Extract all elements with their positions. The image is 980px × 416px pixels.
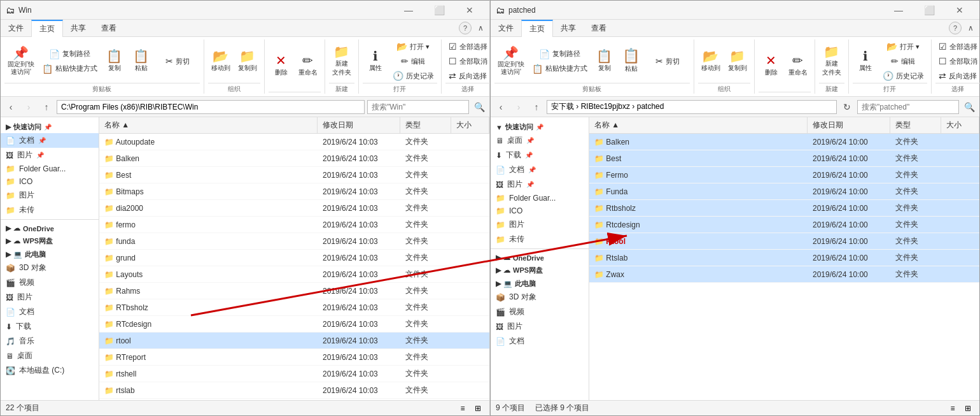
right-minimize-button[interactable]: — (884, 1, 913, 20)
table-row[interactable]: 📁 Balken 2019/6/24 10:03 文件夹 (99, 150, 489, 167)
table-row[interactable]: 📁 grund 2019/6/24 10:03 文件夹 (99, 250, 489, 266)
right-rename-button[interactable]: ✏ 重命名 (785, 48, 811, 83)
left-sidebar-docs2[interactable]: 📄 文档 (1, 305, 99, 319)
right-tab-file[interactable]: 文件 (491, 20, 521, 36)
right-collapse-ribbon-button[interactable]: ∧ (964, 22, 977, 34)
left-maximize-button[interactable]: ⬜ (424, 1, 454, 20)
right-history-button[interactable]: 🕐 历史记录 (879, 69, 927, 83)
right-details-view-button[interactable]: ≡ (946, 402, 959, 415)
left-col-date[interactable]: 修改日期 (318, 117, 400, 133)
left-col-size[interactable]: 大小 (451, 117, 489, 133)
left-thispc-section[interactable]: ▶ 💻 此电脑 (1, 247, 99, 261)
right-thispc-section[interactable]: ▶ 💻 此电脑 (491, 276, 589, 290)
left-tab-home[interactable]: 主页 (31, 20, 63, 37)
left-open-button[interactable]: 📂 打开 ▾ (389, 39, 437, 54)
right-sidebar-ico[interactable]: 📁 ICO (491, 204, 589, 217)
table-row[interactable]: 📁 Bitmaps 2019/6/24 10:03 文件夹 (99, 183, 489, 200)
table-row[interactable]: 📁 dia2000 2019/6/24 10:03 文件夹 (99, 200, 489, 217)
left-sidebar-pictures[interactable]: 🖼 图片 📌 (1, 148, 99, 162)
table-row[interactable]: 📁 Rtcdesign 2019/6/24 10:00 文件夹 (589, 217, 979, 233)
left-tab-file[interactable]: 文件 (1, 20, 31, 36)
left-sidebar-folder-guar[interactable]: 📁 Folder Guar... (1, 162, 99, 175)
left-sidebar-cdrive[interactable]: 💽 本地磁盘 (C:) (1, 363, 99, 378)
table-row[interactable]: 📁 Rtool 2019/6/24 10:00 文件夹 (589, 233, 979, 250)
table-row[interactable]: 📁 Funda 2019/6/24 10:00 文件夹 (589, 183, 979, 200)
right-tab-home[interactable]: 主页 (521, 20, 553, 37)
left-address-input[interactable] (57, 100, 365, 114)
left-tab-view[interactable]: 查看 (94, 20, 124, 36)
left-sidebar-video[interactable]: 🎬 视频 (1, 275, 99, 290)
left-select-all-button[interactable]: ☑ 全部选择 (445, 39, 491, 54)
right-edit-button[interactable]: ✏ 编辑 (879, 54, 927, 68)
right-refresh-button[interactable]: ↻ (839, 99, 855, 115)
left-search-input[interactable] (367, 100, 469, 114)
right-move-to-button[interactable]: 📂 移动到 (698, 43, 724, 79)
right-tab-view[interactable]: 查看 (584, 20, 614, 36)
left-details-view-button[interactable]: ≡ (456, 402, 469, 415)
right-sidebar-downloads[interactable]: ⬇ 下载 📌 (491, 148, 589, 162)
right-large-icons-view-button[interactable]: ⊞ (962, 402, 974, 415)
table-row[interactable]: 📁 rtool 2019/6/24 10:03 文件夹 (99, 333, 489, 349)
right-onedrive-section[interactable]: ▶ ☁ OneDrive (491, 251, 589, 263)
left-edit-button[interactable]: ✏ 编辑 (389, 54, 437, 68)
right-maximize-button[interactable]: ⬜ (914, 1, 944, 20)
table-row[interactable]: 📁 Fermo 2019/6/24 10:00 文件夹 (589, 167, 979, 183)
left-minimize-button[interactable]: — (394, 1, 423, 20)
right-sidebar-pictures2[interactable]: 📁 图片 (491, 217, 589, 232)
left-copy-to-button[interactable]: 📁 复制到 (235, 43, 260, 79)
left-delete-button[interactable]: ✕ 删除 (269, 48, 294, 83)
table-row[interactable]: 📁 Rtbsholz 2019/6/24 10:00 文件夹 (589, 200, 979, 217)
right-quick-access-section[interactable]: ▼ 快速访问 📌 (491, 120, 589, 133)
right-sidebar-documents[interactable]: 📄 文档 📌 (491, 162, 589, 177)
left-pin-button[interactable]: 📌 固定到'快速访问' (4, 43, 38, 79)
table-row[interactable]: 📁 Best 2019/6/24 10:03 文件夹 (99, 167, 489, 183)
right-sidebar-3d[interactable]: 📦 3D 对象 (491, 290, 589, 305)
right-select-all-button[interactable]: ☑ 全部选择 (935, 39, 980, 54)
right-search-input[interactable] (857, 100, 959, 114)
table-row[interactable]: 📁 Balken 2019/6/24 10:00 文件夹 (589, 134, 979, 150)
right-sidebar-pics3[interactable]: 🖼 图片 (491, 319, 589, 334)
left-sidebar-pictures2[interactable]: 📁 图片 (1, 188, 99, 203)
left-move-to-button[interactable]: 📂 移动到 (208, 43, 234, 79)
left-quick-access-section[interactable]: ▶ 快速访问 📌 (1, 120, 99, 133)
right-sidebar-folder-guar[interactable]: 📁 Folder Guar... (491, 192, 589, 204)
right-copy-path-button[interactable]: 📄 复制路径 (529, 47, 591, 61)
table-row[interactable]: 📁 Layouts 2019/6/24 10:03 文件夹 (99, 266, 489, 283)
left-rename-button[interactable]: ✏ 重命名 (295, 48, 321, 83)
right-open-button[interactable]: 📂 打开 ▾ (879, 39, 927, 54)
left-copy-path-button[interactable]: 📄 复制路径 (39, 47, 101, 61)
left-collapse-ribbon-button[interactable]: ∧ (474, 22, 487, 34)
right-sidebar-video[interactable]: 🎬 视频 (491, 305, 589, 319)
left-up-button[interactable]: ↑ (39, 99, 54, 115)
table-row[interactable]: 📁 Best 2019/6/24 10:00 文件夹 (589, 150, 979, 167)
right-col-size[interactable]: 大小 (941, 117, 979, 133)
table-row[interactable]: 📁 Zwax 2019/6/24 10:00 文件夹 (589, 266, 979, 283)
left-deselect-all-button[interactable]: ☐ 全部取消 (445, 54, 491, 68)
right-copy-button[interactable]: 📋 复制 (592, 43, 617, 79)
right-new-folder-button[interactable]: 📁 新建文件夹 (819, 43, 844, 79)
right-wps-section[interactable]: ▶ ☁ WPS网盘 (491, 263, 589, 276)
right-pin-button[interactable]: 📌 固定到'快速访问' (494, 43, 528, 79)
right-close-button[interactable]: ✕ (945, 1, 974, 20)
left-properties-button[interactable]: ℹ 属性 (363, 43, 388, 79)
table-row[interactable]: 📁 funda 2019/6/24 10:03 文件夹 (99, 233, 489, 250)
left-sidebar-documents[interactable]: 📄 文档 📌 (1, 133, 99, 148)
left-close-button[interactable]: ✕ (455, 1, 484, 20)
right-forward-button[interactable]: › (511, 99, 526, 115)
right-search-button[interactable]: 🔍 (962, 99, 977, 115)
left-wps-section[interactable]: ▶ ☁ WPS网盘 (1, 234, 99, 247)
right-sidebar-docs2[interactable]: 📄 文档 (491, 334, 589, 348)
left-sidebar-3d[interactable]: 📦 3D 对象 (1, 261, 99, 275)
left-sidebar-music[interactable]: 🎵 音乐 (1, 334, 99, 348)
table-row[interactable]: 📁 rtshell 2019/6/24 10:03 文件夹 (99, 366, 489, 382)
left-copy-button[interactable]: 📋 复制 (102, 43, 127, 79)
left-search-button[interactable]: 🔍 (472, 99, 487, 115)
left-col-type[interactable]: 类型 (400, 117, 451, 133)
right-sidebar-wuchuan[interactable]: 📁 未传 (491, 232, 589, 247)
table-row[interactable]: 📁 RTreport 2019/6/24 10:03 文件夹 (99, 349, 489, 366)
left-paste-button[interactable]: 📋 粘贴 (129, 43, 154, 79)
right-delete-button[interactable]: ✕ 删除 (759, 48, 784, 83)
left-sidebar-downloads[interactable]: ⬇ 下载 (1, 319, 99, 334)
left-sidebar-pics3[interactable]: 🖼 图片 (1, 290, 99, 305)
left-tab-share[interactable]: 共享 (63, 20, 94, 36)
